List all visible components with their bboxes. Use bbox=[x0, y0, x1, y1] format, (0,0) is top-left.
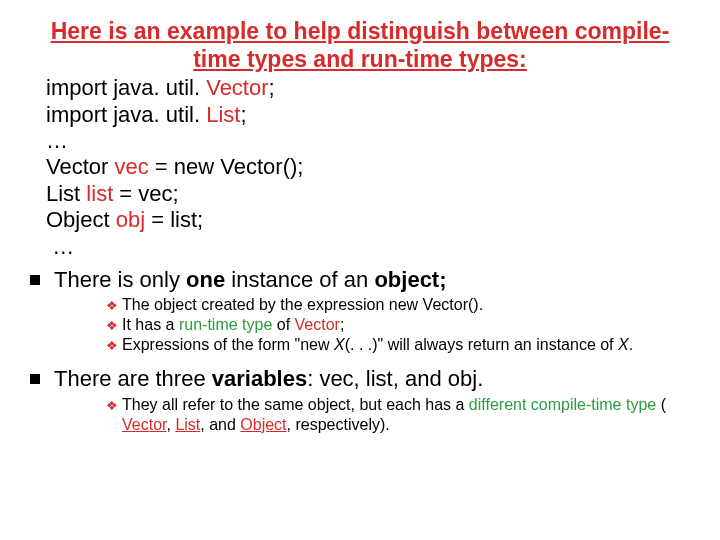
sub-list: ❖ They all refer to the same object, but… bbox=[30, 395, 696, 435]
sub-list: ❖ The object created by the expression n… bbox=[30, 295, 696, 355]
slide-title: Here is an example to help distinguish b… bbox=[44, 18, 676, 73]
code-line: … bbox=[46, 234, 696, 260]
square-bullet-icon bbox=[30, 374, 40, 384]
sub-text: The object created by the expression new… bbox=[122, 295, 696, 315]
bullet-item: There are three variables: vec, list, an… bbox=[30, 365, 696, 393]
sub-item: ❖ They all refer to the same object, but… bbox=[106, 395, 696, 435]
sub-item: ❖ The object created by the expression n… bbox=[106, 295, 696, 315]
diamond-bullet-icon: ❖ bbox=[106, 338, 118, 354]
sub-text: Expressions of the form "new X(. . .)" w… bbox=[122, 335, 696, 355]
bullet-text: There are three variables: vec, list, an… bbox=[54, 365, 696, 393]
code-line: … bbox=[46, 128, 696, 154]
sub-text: They all refer to the same object, but e… bbox=[122, 395, 696, 435]
code-block: import java. util. Vector; import java. … bbox=[24, 75, 696, 260]
code-line: import java. util. Vector; bbox=[46, 75, 696, 101]
diamond-bullet-icon: ❖ bbox=[106, 398, 118, 414]
code-line: Vector vec = new Vector(); bbox=[46, 154, 696, 180]
diamond-bullet-icon: ❖ bbox=[106, 318, 118, 334]
sub-text: It has a run-time type of Vector; bbox=[122, 315, 696, 335]
sub-item: ❖ It has a run-time type of Vector; bbox=[106, 315, 696, 335]
sub-item: ❖ Expressions of the form "new X(. . .)"… bbox=[106, 335, 696, 355]
bullet-text: There is only one instance of an object; bbox=[54, 266, 696, 294]
diamond-bullet-icon: ❖ bbox=[106, 298, 118, 314]
bullet-item: There is only one instance of an object; bbox=[30, 266, 696, 294]
bullet-list: There is only one instance of an object;… bbox=[24, 266, 696, 435]
code-line: Object obj = list; bbox=[46, 207, 696, 233]
code-line: import java. util. List; bbox=[46, 102, 696, 128]
code-line: List list = vec; bbox=[46, 181, 696, 207]
square-bullet-icon bbox=[30, 275, 40, 285]
